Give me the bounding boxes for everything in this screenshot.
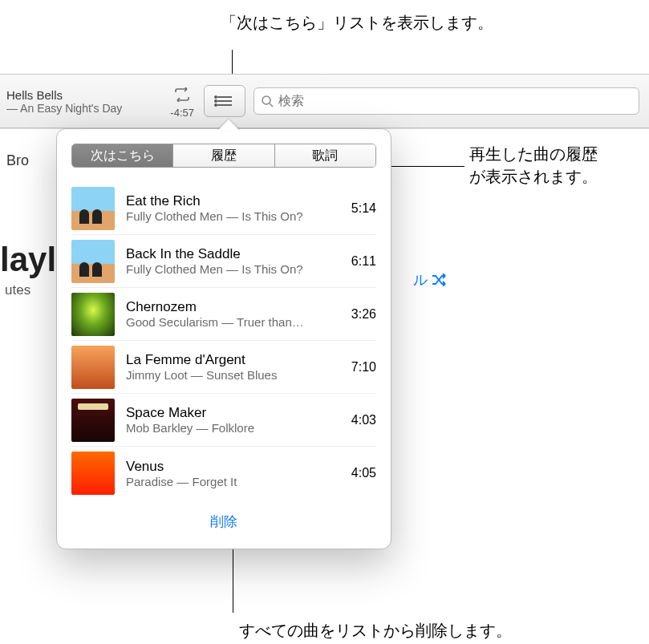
utes-bg: utes: [5, 282, 30, 298]
track-duration: 4:05: [351, 466, 376, 480]
track-duration: 6:11: [351, 254, 376, 269]
queue-item[interactable]: La Femme d'Argent Jimmy Loot — Sunset Bl…: [71, 341, 376, 394]
queue-list: Eat the Rich Fully Clothed Men — Is This…: [71, 182, 376, 500]
album-art: [71, 346, 115, 389]
search-icon: [261, 95, 274, 107]
up-next-popover: 次はこちら 履歴 歌詞 Eat the Rich Fully Clothed M…: [56, 128, 391, 549]
callout-up-next: 「次はこちら」リストを表示します。: [221, 11, 493, 34]
callout-history-line1: 再生した曲の履歴: [469, 143, 598, 165]
track-subtitle: Fully Clothed Men — Is This On?: [126, 262, 343, 276]
track-subtitle: Paradise — Forget It: [126, 475, 343, 488]
track-duration: 4:03: [351, 413, 376, 427]
now-playing-subtitle: — An Easy Night's Day: [6, 102, 168, 115]
up-next-button[interactable]: [204, 85, 245, 117]
track-subtitle: Mob Barkley — Folklore: [126, 421, 343, 435]
now-playing: Hells Bells — An Easy Night's Day: [0, 75, 168, 128]
shuffle-label: ル: [413, 270, 428, 290]
callout-clear: すべての曲をリストから削除します。: [239, 619, 512, 642]
track-title: Chernozem: [126, 299, 343, 315]
segmented-control: 次はこちら 履歴 歌詞: [71, 144, 376, 168]
track-title: Venus: [126, 459, 343, 475]
track-title: Eat the Rich: [126, 193, 343, 209]
queue-item[interactable]: Chernozem Good Secularism — Truer than… …: [71, 288, 376, 341]
callout-history-line2: が表示されます。: [469, 165, 598, 188]
album-art: [71, 240, 115, 283]
album-art: [71, 399, 115, 442]
tab-up-next[interactable]: 次はこちら: [72, 144, 173, 167]
album-art: [71, 187, 115, 230]
queue-item[interactable]: Eat the Rich Fully Clothed Men — Is This…: [71, 182, 376, 235]
clear-button[interactable]: 削除: [71, 512, 376, 531]
queue-item[interactable]: Venus Paradise — Forget It 4:05: [71, 447, 376, 500]
tab-lyrics[interactable]: 歌詞: [275, 144, 375, 167]
queue-item[interactable]: Back In the Saddle Fully Clothed Men — I…: [71, 235, 376, 288]
track-subtitle: Jimmy Loot — Sunset Blues: [126, 368, 343, 382]
toolbar: Hells Bells — An Easy Night's Day -4:57: [0, 74, 649, 128]
track-duration: 7:10: [351, 360, 376, 375]
svg-point-3: [215, 96, 217, 98]
search-field[interactable]: [254, 87, 639, 115]
browse-label: Bro: [6, 152, 29, 169]
callout-line-right: [390, 166, 464, 167]
svg-point-6: [262, 96, 270, 104]
queue-item[interactable]: Space Maker Mob Barkley — Folklore 4:03: [71, 394, 376, 447]
album-art: [71, 293, 115, 336]
shuffle-all[interactable]: ル: [413, 270, 448, 290]
repeat-icon[interactable]: [172, 84, 193, 105]
svg-point-5: [215, 104, 217, 106]
shuffle-icon: [431, 273, 448, 286]
track-title: La Femme d'Argent: [126, 352, 343, 368]
now-playing-title: Hells Bells: [6, 88, 168, 102]
tab-history[interactable]: 履歴: [173, 144, 274, 167]
track-duration: 5:14: [351, 201, 376, 216]
track-title: Space Maker: [126, 405, 343, 421]
time-remaining: -4:57: [170, 107, 199, 119]
track-duration: 3:26: [351, 307, 376, 322]
search-input[interactable]: [278, 94, 632, 108]
svg-line-7: [270, 103, 273, 107]
track-title: Back In the Saddle: [126, 246, 343, 262]
track-subtitle: Fully Clothed Men — Is This On?: [126, 209, 343, 223]
album-art: [71, 452, 115, 495]
svg-point-4: [215, 100, 217, 102]
track-subtitle: Good Secularism — Truer than…: [126, 315, 343, 329]
